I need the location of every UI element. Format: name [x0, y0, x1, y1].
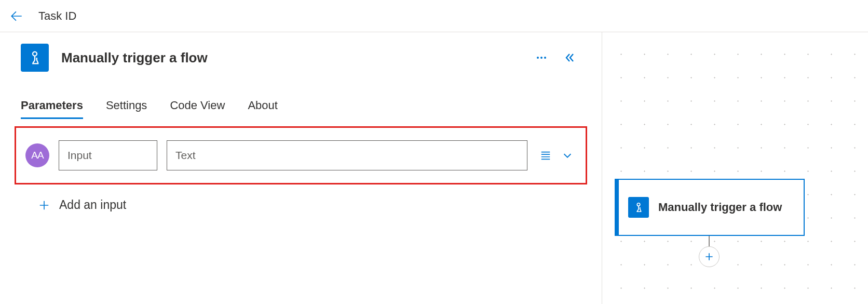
- collapse-button[interactable]: [563, 51, 576, 64]
- back-button[interactable]: [7, 7, 26, 25]
- panel-header: Manually trigger a flow: [0, 32, 602, 72]
- text-type-label: AA: [31, 150, 43, 161]
- connector-line: [709, 236, 710, 246]
- input-name-field[interactable]: Input: [59, 140, 157, 170]
- chevron-double-left-icon: [563, 51, 576, 64]
- more-horizontal-icon: [535, 51, 548, 64]
- plus-icon: [704, 252, 714, 262]
- svg-point-3: [544, 57, 546, 59]
- svg-point-1: [537, 57, 539, 59]
- input-options-button[interactable]: [562, 150, 573, 161]
- dynamic-content-button[interactable]: [540, 150, 551, 161]
- add-input-button[interactable]: Add an input: [0, 184, 602, 212]
- add-input-label: Add an input: [59, 198, 126, 212]
- input-value-placeholder: Text: [175, 149, 196, 162]
- chevron-down-icon: [562, 150, 573, 161]
- more-button[interactable]: [535, 51, 548, 64]
- input-name-value: Input: [67, 149, 92, 162]
- panel-actions: [535, 51, 581, 64]
- plus-icon: [37, 199, 51, 212]
- trigger-card[interactable]: Manually trigger a flow: [615, 179, 805, 236]
- trigger-card-icon: [628, 197, 649, 218]
- panel-title: Manually trigger a flow: [61, 50, 523, 66]
- tab-about[interactable]: About: [248, 95, 278, 119]
- flow-canvas[interactable]: Manually trigger a flow: [602, 32, 868, 304]
- tab-parameters[interactable]: Parameters: [21, 95, 83, 119]
- trigger-icon: [21, 44, 49, 72]
- svg-point-4: [637, 203, 640, 206]
- svg-point-2: [540, 57, 542, 59]
- text-type-badge: AA: [25, 143, 49, 167]
- arrow-left-icon: [10, 9, 23, 23]
- tab-code-view[interactable]: Code View: [170, 95, 225, 119]
- touch-icon: [27, 50, 43, 65]
- row-actions: [537, 150, 576, 161]
- main-area: Manually trigger a flow Parameters Setti…: [0, 32, 868, 304]
- input-parameter-row: AA Input Text: [15, 126, 587, 184]
- trigger-card-label: Manually trigger a flow: [658, 200, 782, 215]
- config-panel: Manually trigger a flow Parameters Setti…: [0, 32, 602, 304]
- top-bar: Task ID: [0, 0, 868, 32]
- input-value-field[interactable]: Text: [167, 140, 527, 170]
- page-title: Task ID: [38, 9, 76, 23]
- touch-icon: [633, 202, 644, 213]
- tab-settings[interactable]: Settings: [106, 95, 147, 119]
- add-step-button[interactable]: [699, 246, 720, 267]
- tabs: Parameters Settings Code View About: [0, 72, 602, 119]
- svg-point-0: [33, 52, 37, 56]
- list-lines-icon: [540, 150, 551, 161]
